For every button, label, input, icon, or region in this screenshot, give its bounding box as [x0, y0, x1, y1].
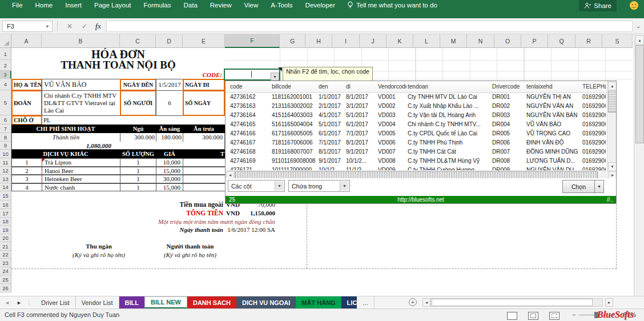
dich-vu-col-so-luong[interactable]: SỐ LƯỢNG	[120, 150, 156, 158]
item-row-3-no[interactable]: 3	[11, 175, 42, 183]
zoom-out-button[interactable]: −	[572, 311, 575, 318]
popup-horizontal-scrollbar[interactable]: ◄ ►	[226, 170, 616, 178]
cell-ngay-thanh-toan-value[interactable]: 1/6/2017 12:00 SA	[226, 226, 275, 234]
lookup-col-header-den[interactable]: den	[319, 81, 345, 93]
column-header-g[interactable]: G	[280, 34, 305, 48]
name-box[interactable]: F3 ▼	[2, 21, 53, 32]
lookup-col-header-di[interactable]: di	[346, 81, 377, 93]
lookup-col-header-teleph[interactable]: TELEPH(	[582, 81, 606, 93]
popup-vscroll-thumb[interactable]	[608, 91, 616, 113]
ribbon-tab-page-layout[interactable]: Page Layout	[88, 1, 138, 10]
row-header-14[interactable]: 14	[0, 183, 11, 191]
row-header-22[interactable]: 22	[0, 251, 11, 259]
cell-ho-ten-label[interactable]: HỌ & TÊN	[11, 79, 42, 91]
sheet-tab-bill-new[interactable]: BILL NEW	[144, 296, 187, 308]
tell-me-box[interactable]: Tell me what you want to do	[347, 1, 437, 10]
cell-code-label[interactable]: CODE:	[171, 71, 223, 79]
item-row-2-no[interactable]: 2	[11, 167, 42, 175]
row-header-16[interactable]: 16	[0, 200, 11, 209]
cell-tong-tien-label[interactable]: TỔNG TIỀN	[120, 209, 223, 218]
column-header-e[interactable]: E	[183, 34, 225, 48]
sheet-vertical-scrollbar[interactable]: ▲	[634, 34, 644, 296]
cell-tong-tien-value[interactable]: 1,150,000	[236, 209, 275, 218]
filter-columns-combo[interactable]: Các cột ▼	[228, 180, 285, 192]
item-row-1-price[interactable]: 10,000	[156, 158, 183, 167]
lookup-row[interactable]: 4274616551611650040045/1/20176/1/2017VD0…	[226, 120, 607, 129]
row-header-13[interactable]: 13	[0, 175, 11, 183]
lookup-row[interactable]: 42746169911011690080089/1/201710/1/2...V…	[226, 157, 607, 166]
ribbon-tab-home[interactable]: Home	[29, 1, 59, 10]
cell-ngay-den-value[interactable]: 1/5/2017	[156, 79, 183, 91]
scroll-up-icon[interactable]: ▲	[608, 82, 616, 90]
sheet-tab-[interactable]: ...	[357, 296, 374, 308]
item-row-2-price[interactable]: 15,000	[156, 167, 183, 175]
cell-an-sang-value[interactable]: 180.000	[156, 133, 183, 142]
cell-tien-mua-ngoai-label[interactable]: Tiền mua ngoài	[120, 200, 223, 209]
invoice-title-line2[interactable]: THANH TOÁN NỘI BỘ	[11, 60, 225, 71]
item-row-4-name[interactable]: Nước chanh	[42, 183, 120, 191]
ribbon-tab-review[interactable]: Review	[204, 1, 238, 10]
lookup-result-list[interactable]: codebillcodedendiVendorcodetendoanDriver…	[226, 81, 616, 178]
item-row-1-qty[interactable]: 1	[120, 158, 156, 167]
cell-so-nguoi-label[interactable]: SỐ NGƯỜI	[120, 90, 156, 116]
sheet-tab-lic[interactable]: LIC	[341, 296, 357, 308]
sheet-tab-bill[interactable]: BILL	[119, 296, 144, 308]
cell-ngay-di-label[interactable]: NGÀY ĐI	[183, 79, 225, 91]
cancel-entry-button[interactable]: ✕	[64, 21, 75, 32]
row-header-11[interactable]: 11	[0, 158, 11, 167]
edit-box-dropdown-icon[interactable]: ▼	[271, 73, 279, 81]
dich-vu-col-partial[interactable]: T	[183, 150, 225, 158]
cell-ngu-value[interactable]: 300.000	[120, 133, 156, 142]
cell-doan-value[interactable]: Chi nhánh C.ty TNHH MTV DL&TT GTVT Vietr…	[42, 90, 120, 116]
combo-dropdown-icon[interactable]: ▼	[340, 181, 349, 191]
lookup-row[interactable]: 4273616321311630020022/1/20173/1/2017VD0…	[226, 102, 607, 111]
combo-dropdown-icon[interactable]: ▼	[275, 181, 284, 191]
column-header-i[interactable]: I	[332, 34, 360, 48]
row-header-24[interactable]: 24	[0, 267, 11, 275]
column-header-n[interactable]: N	[467, 34, 494, 48]
lookup-col-header-drivercode[interactable]: Drivercode	[492, 81, 524, 93]
popup-vertical-scrollbar[interactable]: ▲ ▼	[607, 81, 616, 170]
cell-amount-in-words[interactable]: Một triệu một trăm năm mươi ngàn đồng ch…	[103, 218, 275, 226]
cell-thu-ngan[interactable]: Thu ngân	[42, 242, 156, 251]
column-header-r[interactable]: R	[575, 34, 602, 48]
row-header-18[interactable]: 18	[0, 218, 11, 226]
row-header-3[interactable]: 3	[0, 71, 11, 79]
cell-sign-note-right[interactable]: (Ký và ghi rõ họ tên)	[144, 251, 236, 259]
cell-an-trua-value[interactable]: 300.000	[183, 133, 225, 142]
lookup-row[interactable]: 4273616211811620010011/1/20178/1/2017VD0…	[226, 93, 607, 102]
lookup-row[interactable]: 4274616881911680070078/1/20179/1/2017VD0…	[226, 147, 607, 157]
row-header-15[interactable]: 15	[0, 191, 11, 200]
cell-f3-edit-box[interactable]: ▼	[224, 69, 280, 81]
column-header-p[interactable]: P	[521, 34, 548, 48]
lookup-row[interactable]: 4274616661711660050056/1/20177/1/2017VD0…	[226, 129, 607, 138]
next-sheet-icon[interactable]: ►	[17, 300, 22, 306]
item-row-3-qty[interactable]: 1	[120, 175, 156, 183]
column-header-q[interactable]: Q	[548, 34, 575, 48]
scroll-left-icon[interactable]: ◄	[226, 171, 234, 178]
cell-ngay-thanh-toan-label[interactable]: Ngày thanh toán	[120, 226, 223, 234]
lookup-row[interactable]: 4274616771811670060067/1/20178/1/2017VD0…	[226, 138, 607, 147]
ribbon-tab-a-tools[interactable]: A-Tools	[264, 1, 299, 10]
cell-so-nguoi-value[interactable]: 6	[156, 90, 183, 116]
sheet-tab-danh-sach[interactable]: DANH SACH	[187, 296, 236, 308]
cell-chi-phi-total[interactable]: 1,080,000	[42, 142, 156, 150]
row-header-4[interactable]: 4	[0, 79, 11, 90]
name-box-dropdown-icon[interactable]: ▼	[45, 24, 50, 29]
column-header-b[interactable]: B	[42, 34, 120, 48]
normal-view-icon[interactable]	[507, 312, 517, 320]
column-header-h[interactable]: H	[305, 34, 332, 48]
chi-phi-col-ngu[interactable]: Ngủ	[120, 125, 156, 133]
row-header-2[interactable]: 2	[0, 60, 11, 71]
column-header-k[interactable]: K	[387, 34, 413, 48]
share-button[interactable]: Share	[579, 0, 617, 11]
select-button-dropdown-icon[interactable]: ▼	[594, 180, 604, 193]
lookup-list-header[interactable]: codebillcodedendiVendorcodetendoanDriver…	[226, 81, 616, 93]
sheet-tab-driver-list[interactable]: Driver List	[35, 296, 76, 308]
row-header-7[interactable]: 7	[0, 125, 11, 133]
sheet-vscroll-thumb[interactable]	[635, 45, 644, 143]
row-header-17[interactable]: 17	[0, 209, 11, 218]
item-row-1-empty[interactable]	[183, 158, 226, 167]
lookup-col-header-tenlaixehd[interactable]: tenlaixehd	[526, 81, 581, 93]
lookup-col-header-tendoan[interactable]: tendoan	[408, 81, 489, 93]
